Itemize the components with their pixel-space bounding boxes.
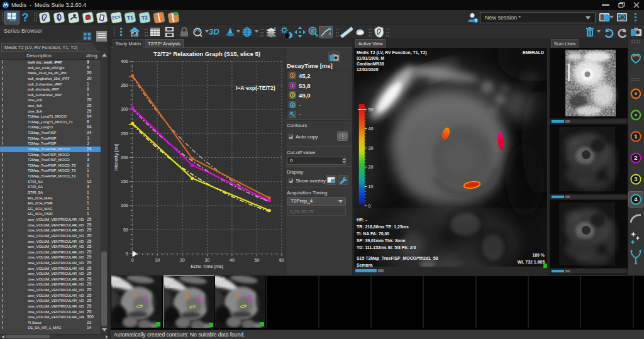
svg-text:100: 100 xyxy=(121,203,128,208)
svg-text:20: 20 xyxy=(180,258,185,262)
svg-text:4: 4 xyxy=(292,104,294,107)
svg-text:Echo Time [ms]: Echo Time [ms] xyxy=(191,264,223,269)
svg-text:0: 0 xyxy=(369,204,371,208)
svg-text:150: 150 xyxy=(121,179,128,184)
svg-text:I=A·exp(-TE/T2): I=A·exp(-TE/T2) xyxy=(236,85,275,91)
svg-text:2: 2 xyxy=(292,84,294,87)
svg-text:12/02/2020: 12/02/2020 xyxy=(357,67,379,72)
svg-text:CardiacMR38: CardiacMR38 xyxy=(357,62,384,66)
svg-text:3: 3 xyxy=(292,94,294,97)
svg-text:30: 30 xyxy=(205,258,210,262)
svg-text:Sempra: Sempra xyxy=(357,263,372,267)
svg-text:40: 40 xyxy=(230,258,235,262)
svg-text:0: 0 xyxy=(126,252,128,256)
svg-text:30: 30 xyxy=(369,146,374,150)
svg-text:400: 400 xyxy=(121,59,128,64)
svg-text:2: 2 xyxy=(634,154,637,161)
svg-text:TD: 111.152ms Sl: 5/8 Ph: 2/3: TD: 111.152ms Sl: 5/8 Ph: 2/3 xyxy=(357,245,416,250)
svg-text:Intensity [au]: Intensity [au] xyxy=(113,144,119,171)
svg-text:s5p1: s5p1 xyxy=(113,277,121,281)
svg-text:50: 50 xyxy=(123,228,128,232)
svg-text:S15 T2Map_TrueFISP_MOCO/*tfi2d: S15 T2Map_TrueFISP_MOCO/*tfi2d1_58 xyxy=(357,256,438,261)
svg-text:3: 3 xyxy=(634,175,637,182)
svg-text:TI: NA FA: 70,00: TI: NA FA: 70,00 xyxy=(357,231,389,236)
svg-text:200: 200 xyxy=(121,155,128,160)
svg-text:EMERALD: EMERALD xyxy=(523,50,544,55)
svg-text:SP: 39,01mm Thk: 8mm: SP: 39,01mm Thk: 8mm xyxy=(357,238,405,243)
svg-text:50: 50 xyxy=(369,108,374,112)
svg-text:1,25ms: 1,25ms xyxy=(113,284,125,288)
svg-text:300: 300 xyxy=(121,107,128,111)
svg-text:s5p3: s5p3 xyxy=(216,277,225,281)
svg-text:1,25ms: 1,25ms xyxy=(165,285,178,289)
svg-text:1,25ms: 1,25ms xyxy=(216,284,229,288)
svg-text:0: 0 xyxy=(131,258,134,262)
svg-text:Medis T2 (LV, RV Function, T1,: Medis T2 (LV, RV Function, T1, T2) xyxy=(357,50,427,55)
svg-text:4: 4 xyxy=(634,196,638,203)
svg-text:350: 350 xyxy=(121,83,128,87)
svg-text:10: 10 xyxy=(155,258,160,262)
svg-text:WL 732 1.665: WL 732 1.665 xyxy=(518,260,545,264)
svg-text:1: 1 xyxy=(634,133,638,140)
svg-text:HR: -: HR: - xyxy=(357,218,367,222)
svg-text:10: 10 xyxy=(369,184,374,189)
svg-text:250: 250 xyxy=(121,131,128,136)
svg-text:60: 60 xyxy=(279,258,284,262)
svg-text:40: 40 xyxy=(369,126,374,131)
svg-text:1: 1 xyxy=(292,74,294,77)
svg-text:20: 20 xyxy=(369,165,374,169)
svg-text:01/01/1900, M: 01/01/1900, M xyxy=(357,56,384,61)
svg-text:s5p2: s5p2 xyxy=(165,277,174,281)
svg-text:T2/T2* Relaxation Graph (S15,: T2/T2* Relaxation Graph (S15, slice 5) xyxy=(153,50,260,57)
svg-text:TR: 218,66ms TE: 1,25ms: TR: 218,66ms TE: 1,25ms xyxy=(357,225,409,230)
svg-text:189 %: 189 % xyxy=(532,253,545,257)
svg-text:50: 50 xyxy=(255,258,260,262)
